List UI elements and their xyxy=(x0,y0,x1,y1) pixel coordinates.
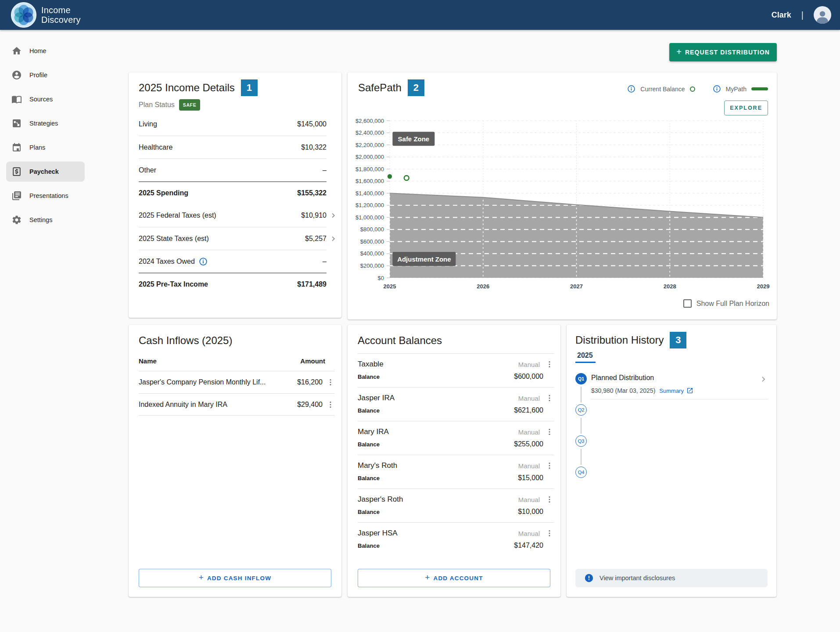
info-icon[interactable] xyxy=(713,85,721,93)
balance-value: $147,420 xyxy=(514,542,543,549)
income-row: 2025 Spending $155,322 xyxy=(139,181,327,204)
account-row: Jasper HSA Manual Balance $147,420 xyxy=(358,522,554,556)
kebab-menu-icon[interactable] xyxy=(545,394,554,402)
kebab-menu-icon[interactable] xyxy=(545,529,554,538)
plan-status-label: Plan Status xyxy=(139,101,175,109)
sidebar-item-profile[interactable]: Profile xyxy=(6,65,85,85)
avatar[interactable] xyxy=(814,6,831,24)
income-details-title: 2025 Income Details xyxy=(139,82,235,94)
distribution-history-card: Distribution History 3 2025 Q1 Planned D… xyxy=(567,325,776,597)
kebab-menu-icon[interactable] xyxy=(326,378,335,387)
svg-text:$2,000,000: $2,000,000 xyxy=(355,154,384,160)
income-row: 2025 Pre-Tax Income $171,489 xyxy=(139,273,327,295)
timeline-connector xyxy=(581,449,582,465)
step-badge-1: 1 xyxy=(241,79,258,96)
tab-2025[interactable]: 2025 xyxy=(575,352,596,363)
income-row-label: 2025 State Taxes (est) xyxy=(139,235,209,243)
income-row-value: $171,489 xyxy=(297,280,327,288)
svg-text:$800,000: $800,000 xyxy=(360,226,384,233)
cash-inflow-amount: $29,400 xyxy=(297,401,323,409)
plus-icon: + xyxy=(199,573,204,582)
chevron-right-icon[interactable] xyxy=(329,235,337,243)
user-separator: | xyxy=(801,10,804,20)
external-link-icon xyxy=(686,387,693,394)
kebab-menu-icon[interactable] xyxy=(545,427,554,436)
income-row: Living $145,000 xyxy=(139,113,327,136)
sidebar-item-paycheck[interactable]: Paycheck xyxy=(6,162,85,182)
income-row: Healthcare $10,322 xyxy=(139,136,327,158)
balance-label: Balance xyxy=(358,407,380,414)
safepath-area-chart: $0$200,000$400,000$600,000$800,000$1,000… xyxy=(348,112,777,298)
svg-text:$600,000: $600,000 xyxy=(360,238,384,245)
cash-inflow-name: Jasper's Company Pension Monthly Lif... xyxy=(139,378,266,386)
paycheck-icon xyxy=(11,166,22,177)
income-row-label: 2025 Federal Taxes (est) xyxy=(139,212,216,219)
svg-text:2029: 2029 xyxy=(757,283,770,290)
distribution-title: Planned Distribution xyxy=(591,374,654,382)
svg-text:$2,400,000: $2,400,000 xyxy=(355,129,384,136)
quarter-badge: Q1 xyxy=(575,373,587,384)
sidebar-item-home[interactable]: Home xyxy=(6,41,85,61)
info-icon[interactable] xyxy=(627,85,635,93)
legend-label: MyPath xyxy=(726,86,747,93)
show-full-plan-checkbox[interactable] xyxy=(683,299,692,308)
profile-icon xyxy=(11,70,22,80)
legend-label: Current Balance xyxy=(640,86,685,93)
svg-text:$200,000: $200,000 xyxy=(360,262,384,269)
balance-value: $621,600 xyxy=(514,406,543,414)
income-row: 2025 State Taxes (est) $5,257 xyxy=(139,227,327,250)
brand-logo-icon xyxy=(11,2,36,28)
safepath-chart: $0$200,000$400,000$600,000$800,000$1,000… xyxy=(348,112,766,298)
account-mode: Manual xyxy=(518,395,540,402)
mypath-line-marker xyxy=(751,87,768,90)
disclosures-banner[interactable]: View important disclosures xyxy=(575,569,768,587)
income-row-value: $10,322 xyxy=(301,144,327,151)
quarter-item: Q2 xyxy=(575,404,768,435)
plus-icon: + xyxy=(676,47,682,57)
username[interactable]: Clark xyxy=(772,11,791,20)
chevron-right-icon[interactable] xyxy=(759,375,768,384)
quarter-item: Q3 xyxy=(575,435,768,467)
brand-name: Income Discovery xyxy=(41,5,81,25)
sidebar: Home Profile Sources Strategies Plans Pa… xyxy=(0,30,105,632)
income-row-value: $155,322 xyxy=(297,189,327,197)
sidebar-item-label: Strategies xyxy=(29,120,58,127)
info-icon[interactable] xyxy=(199,257,208,266)
sidebar-item-plans[interactable]: Plans xyxy=(6,137,85,158)
cash-inflows-title: Cash Inflows (2025) xyxy=(139,334,335,347)
cash-inflow-name: Indexed Annuity in Mary IRA xyxy=(139,401,227,409)
distribution-detail: $30,980 (Mar 03, 2025) xyxy=(591,387,655,394)
settings-icon xyxy=(11,215,22,225)
add-cash-inflow-button[interactable]: + ADD CASH INFLOW xyxy=(139,569,331,587)
explore-button[interactable]: EXPLORE xyxy=(724,101,768,115)
cash-inflow-row: Indexed Annuity in Mary IRA $29,400 xyxy=(139,393,335,416)
kebab-menu-icon[interactable] xyxy=(545,495,554,504)
sidebar-item-settings[interactable]: Settings xyxy=(6,210,85,230)
svg-text:$1,200,000: $1,200,000 xyxy=(355,202,384,208)
show-full-plan-checkbox-row[interactable]: Show Full Plan Horizon xyxy=(683,299,769,308)
column-header-name: Name xyxy=(139,357,157,365)
quarter-badge: Q2 xyxy=(575,404,587,416)
sidebar-item-presentations[interactable]: Presentations xyxy=(6,186,85,206)
account-row: Taxable Manual Balance $600,000 xyxy=(358,353,554,387)
summary-link[interactable]: Summary xyxy=(659,387,693,394)
kebab-menu-icon[interactable] xyxy=(545,461,554,470)
account-name: Jasper HSA xyxy=(358,529,398,538)
svg-text:2028: 2028 xyxy=(664,283,676,290)
plus-icon: + xyxy=(425,573,430,582)
svg-text:$1,600,000: $1,600,000 xyxy=(355,178,384,184)
request-distribution-button[interactable]: + REQUEST DISTRIBUTION xyxy=(669,43,777,61)
chevron-right-icon[interactable] xyxy=(329,212,337,219)
kebab-menu-icon[interactable] xyxy=(545,360,554,369)
presentations-icon xyxy=(11,190,22,201)
account-name: Mary's Roth xyxy=(358,461,397,470)
add-account-button[interactable]: + ADD ACCOUNT xyxy=(358,569,550,587)
sidebar-item-sources[interactable]: Sources xyxy=(6,89,85,109)
sidebar-item-strategies[interactable]: Strategies xyxy=(6,113,85,133)
quarter-badge: Q3 xyxy=(575,435,587,447)
plan-status-badge: SAFE xyxy=(179,99,200,111)
svg-text:$400,000: $400,000 xyxy=(360,250,384,257)
account-mode: Manual xyxy=(518,361,540,368)
kebab-menu-icon[interactable] xyxy=(326,400,335,409)
account-name: Taxable xyxy=(358,360,384,369)
